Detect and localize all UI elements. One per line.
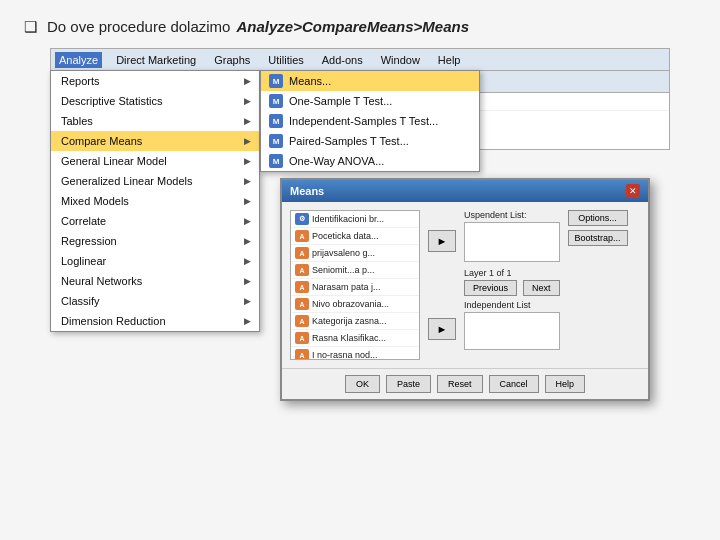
menu-dimension-reduction[interactable]: Dimension Reduction ▶	[51, 311, 259, 331]
arrow-icon: ▶	[244, 276, 251, 286]
arrow-icon: ▶	[244, 216, 251, 226]
var-icon-string: A	[295, 230, 309, 242]
slide-title: ❑ Do ove procedure dolazimo Analyze>Comp…	[24, 18, 696, 36]
list-item[interactable]: A Narasam pata j...	[291, 279, 419, 296]
reset-button[interactable]: Reset	[437, 375, 483, 393]
submenu-independent-samples[interactable]: M Independent-Samples T Test...	[261, 111, 479, 131]
menu-mixed-models[interactable]: Mixed Models ▶	[51, 191, 259, 211]
list-item[interactable]: A Nivo obrazovania...	[291, 296, 419, 313]
var-icon-numeric: ⚙	[295, 213, 309, 225]
independent-icon: M	[269, 114, 283, 128]
arrow-icon: ▶	[244, 76, 251, 86]
side-buttons: Options... Bootstrap...	[568, 210, 628, 360]
var-label: prijavsaleno g...	[312, 248, 375, 258]
arrow-icon: ▶	[244, 196, 251, 206]
dependent-label: Uspendent List:	[464, 210, 560, 220]
menu-compare-means[interactable]: Compare Means ▶	[51, 131, 259, 151]
middle-controls: ► ►	[428, 210, 456, 360]
dialog-footer: OK Paste Reset Cancel Help	[282, 368, 648, 399]
arrow-icon: ▶	[244, 316, 251, 326]
var-icon-string: A	[295, 315, 309, 327]
menu-loglinear[interactable]: Loglinear ▶	[51, 251, 259, 271]
menu-descriptive[interactable]: Descriptive Statistics ▶	[51, 91, 259, 111]
var-icon-string: A	[295, 332, 309, 344]
menu-addons[interactable]: Add-ons	[318, 52, 367, 68]
dialog-close-button[interactable]: ✕	[626, 184, 640, 198]
submenu-one-way-anova[interactable]: M One-Way ANOVA...	[261, 151, 479, 171]
layer-nav: Previous Next	[464, 280, 560, 296]
menu-classify[interactable]: Classify ▶	[51, 291, 259, 311]
var-icon-string: A	[295, 349, 309, 360]
one-sample-icon: M	[269, 94, 283, 108]
menu-reports[interactable]: Reports ▶	[51, 71, 259, 91]
layer-section: Layer 1 of 1 Previous Next Independent L…	[464, 268, 560, 350]
list-item[interactable]: ⚙ Identifikacioni br...	[291, 211, 419, 228]
menu-direct-marketing[interactable]: Direct Marketing	[112, 52, 200, 68]
move-dependent-button[interactable]: ►	[428, 230, 456, 252]
arrow-icon: ▶	[244, 236, 251, 246]
var-label: Narasam pata j...	[312, 282, 381, 292]
independent-label: Independent List	[464, 300, 560, 310]
title-prefix: Do ove procedure dolazimo	[47, 18, 230, 35]
bullet: ❑	[24, 18, 37, 36]
menu-regression[interactable]: Regression ▶	[51, 231, 259, 251]
list-item[interactable]: A Poceticka data...	[291, 228, 419, 245]
independent-list-box[interactable]	[464, 312, 560, 350]
arrow-icon: ▶	[244, 296, 251, 306]
cancel-button[interactable]: Cancel	[489, 375, 539, 393]
anova-icon: M	[269, 154, 283, 168]
paired-icon: M	[269, 134, 283, 148]
menu-utilities[interactable]: Utilities	[264, 52, 307, 68]
list-item[interactable]: A Kategorija zasna...	[291, 313, 419, 330]
means-icon: M	[269, 74, 283, 88]
dialog-title-bar: Means ✕	[282, 180, 648, 202]
var-label: Kategorija zasna...	[312, 316, 387, 326]
arrow-icon: ▶	[244, 116, 251, 126]
var-label: Poceticka data...	[312, 231, 379, 241]
menu-analyze[interactable]: Analyze	[55, 52, 102, 68]
options-button[interactable]: Options...	[568, 210, 628, 226]
right-main: Uspendent List: Layer 1 of 1 Previous Ne…	[464, 210, 560, 360]
dependent-list-box[interactable]	[464, 222, 560, 262]
list-item[interactable]: A Rasna Klasifikac...	[291, 330, 419, 347]
arrow-icon: ▶	[244, 156, 251, 166]
menu-generalized-linear[interactable]: Generalized Linear Models ▶	[51, 171, 259, 191]
menu-general-linear[interactable]: General Linear Model ▶	[51, 151, 259, 171]
menu-graphs[interactable]: Graphs	[210, 52, 254, 68]
ok-button[interactable]: OK	[345, 375, 380, 393]
var-label: I no-rasna nod...	[312, 350, 378, 360]
menu-help[interactable]: Help	[434, 52, 465, 68]
layer-label: Layer 1 of 1	[464, 268, 560, 278]
list-item[interactable]: A Seniomit...a p...	[291, 262, 419, 279]
help-button[interactable]: Help	[545, 375, 586, 393]
dialog-title: Means	[290, 185, 324, 197]
var-label: Seniomit...a p...	[312, 265, 375, 275]
menu-correlate[interactable]: Correlate ▶	[51, 211, 259, 231]
title-main: Analyze>CompareMeans>Means	[236, 18, 469, 35]
arrow-icon: ▶	[244, 176, 251, 186]
list-item[interactable]: A prijavsaleno g...	[291, 245, 419, 262]
variable-list[interactable]: ⚙ Identifikacioni br... A Poceticka data…	[290, 210, 420, 360]
next-button[interactable]: Next	[523, 280, 560, 296]
submenu-means[interactable]: M Means...	[261, 71, 479, 91]
bootstrap-button[interactable]: Bootstrap...	[568, 230, 628, 246]
arrow-icon: ▶	[244, 136, 251, 146]
paste-button[interactable]: Paste	[386, 375, 431, 393]
menu-bar: Analyze Direct Marketing Graphs Utilitie…	[50, 48, 670, 70]
menu-window[interactable]: Window	[377, 52, 424, 68]
compare-means-submenu: M Means... M One-Sample T Test... M Inde…	[260, 70, 480, 172]
right-with-btns: Uspendent List: Layer 1 of 1 Previous Ne…	[464, 210, 628, 360]
var-icon-string: A	[295, 247, 309, 259]
previous-button[interactable]: Previous	[464, 280, 517, 296]
menu-neural-networks[interactable]: Neural Networks ▶	[51, 271, 259, 291]
submenu-paired-samples[interactable]: M Paired-Samples T Test...	[261, 131, 479, 151]
move-independent-button[interactable]: ►	[428, 318, 456, 340]
var-icon-string: A	[295, 264, 309, 276]
dialog-body: ⚙ Identifikacioni br... A Poceticka data…	[282, 202, 648, 368]
menu-tables[interactable]: Tables ▶	[51, 111, 259, 131]
submenu-one-sample[interactable]: M One-Sample T Test...	[261, 91, 479, 111]
arrow-icon: ▶	[244, 96, 251, 106]
list-item[interactable]: A I no-rasna nod...	[291, 347, 419, 360]
var-icon-string: A	[295, 281, 309, 293]
var-label: Rasna Klasifikac...	[312, 333, 386, 343]
